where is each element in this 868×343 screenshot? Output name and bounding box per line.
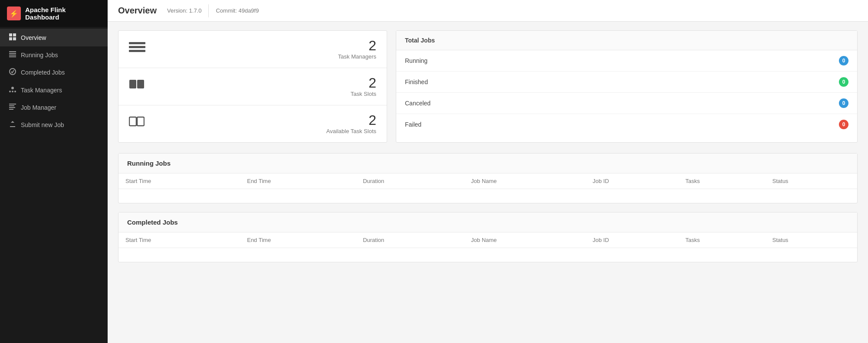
submit-job-icon [9, 121, 16, 129]
stats-row: 2 Task Managers 2 Task Slots [118, 30, 858, 143]
svg-rect-3 [13, 37, 16, 40]
task-slots-label: Task Slots [351, 91, 376, 97]
sidebar-item-running-jobs-label: Running Jobs [21, 52, 58, 59]
running-jobs-icon [9, 51, 16, 59]
completed-jobs-col-start-time: Start Time [118, 232, 240, 248]
running-jobs-table: Start Time End Time Duration Job Name Jo… [118, 173, 857, 203]
jobs-summary-running: Running 0 [396, 50, 857, 72]
available-slots-stat-icon [129, 115, 146, 132]
jobs-summary-running-label: Running [405, 57, 427, 64]
task-managers-nav-icon [9, 86, 16, 94]
page-title: Overview [118, 6, 157, 16]
completed-jobs-section: Completed Jobs Start Time End Time Durat… [118, 212, 858, 262]
stat-card-task-slots: 2 Task Slots [118, 68, 387, 105]
jobs-summary-running-count: 0 [839, 56, 848, 65]
running-jobs-col-start-time: Start Time [118, 173, 240, 189]
svg-rect-7 [9, 56, 16, 57]
overview-icon [9, 33, 16, 42]
svg-rect-15 [9, 107, 15, 108]
completed-jobs-table-wrap: Start Time End Time Duration Job Name Jo… [118, 232, 857, 262]
version-label: Version: 1.7.0 [167, 4, 209, 17]
running-jobs-table-wrap: Start Time End Time Duration Job Name Jo… [118, 173, 857, 203]
task-managers-stat-icon [129, 41, 146, 57]
completed-jobs-tbody [118, 248, 857, 262]
stat-card-task-managers: 2 Task Managers [118, 31, 387, 68]
svg-point-12 [14, 91, 16, 92]
sidebar-nav: Overview Running Jobs Completed Jobs Tas… [0, 27, 108, 343]
completed-jobs-col-status: Status [766, 232, 857, 248]
svg-rect-18 [129, 46, 145, 48]
jobs-summary-finished-label: Finished [405, 78, 428, 85]
jobs-summary-finished: Finished 0 [396, 72, 857, 93]
topbar: Overview Version: 1.7.0 Commit: 49da9f9 [108, 0, 868, 22]
task-managers-value-wrap: 2 Task Managers [338, 39, 376, 60]
running-jobs-col-end-time: End Time [240, 173, 356, 189]
stat-card-available-slots: 2 Available Task Slots [118, 105, 387, 142]
stats-cards: 2 Task Managers 2 Task Slots [118, 30, 387, 143]
main-content: Overview Version: 1.7.0 Commit: 49da9f9 [108, 0, 868, 343]
running-jobs-col-duration: Duration [356, 173, 464, 189]
sidebar-item-completed-jobs-label: Completed Jobs [21, 69, 65, 76]
completed-jobs-icon [9, 68, 16, 76]
completed-jobs-empty-cell [118, 248, 857, 262]
svg-rect-21 [137, 80, 144, 88]
completed-jobs-section-header: Completed Jobs [118, 212, 857, 232]
jobs-summary-finished-count: 0 [839, 77, 848, 87]
job-manager-icon [9, 104, 16, 111]
jobs-summary-canceled-count: 0 [839, 98, 848, 108]
svg-rect-22 [129, 117, 136, 126]
running-jobs-tbody [118, 189, 857, 203]
completed-jobs-thead: Start Time End Time Duration Job Name Jo… [118, 232, 857, 248]
svg-point-11 [12, 91, 13, 92]
svg-rect-0 [9, 33, 12, 36]
running-jobs-thead: Start Time End Time Duration Job Name Jo… [118, 173, 857, 189]
svg-rect-1 [13, 33, 16, 36]
running-jobs-section: Running Jobs Start Time End Time Duratio… [118, 153, 858, 203]
sidebar-item-completed-jobs[interactable]: Completed Jobs [0, 63, 108, 81]
completed-jobs-col-end-time: End Time [240, 232, 356, 248]
jobs-summary-panel: Total Jobs Running 0 Finished 0 Canceled… [396, 30, 858, 143]
sidebar-title: Apache Flink Dashboard [25, 6, 101, 21]
sidebar-item-task-managers[interactable]: Task Managers [0, 81, 108, 99]
completed-jobs-col-tasks: Tasks [678, 232, 765, 248]
svg-rect-16 [9, 109, 13, 110]
task-slots-value: 2 [351, 76, 376, 90]
task-slots-stat-icon [129, 78, 146, 95]
sidebar-item-overview[interactable]: Overview [0, 29, 108, 46]
sidebar-item-job-manager-label: Job Manager [21, 104, 56, 111]
completed-jobs-col-job-name: Job Name [464, 232, 585, 248]
svg-point-10 [9, 91, 11, 92]
topbar-meta: Version: 1.7.0 Commit: 49da9f9 [167, 4, 266, 17]
available-slots-value: 2 [326, 113, 376, 127]
jobs-summary-canceled-label: Canceled [405, 100, 431, 107]
svg-rect-19 [129, 50, 145, 52]
svg-point-9 [11, 87, 14, 89]
svg-rect-5 [9, 53, 16, 54]
running-jobs-empty-cell [118, 189, 857, 203]
sidebar-item-task-managers-label: Task Managers [21, 87, 62, 94]
svg-rect-17 [129, 42, 145, 44]
sidebar-item-job-manager[interactable]: Job Manager [0, 99, 108, 116]
svg-rect-13 [9, 104, 16, 105]
svg-rect-23 [137, 117, 144, 126]
available-slots-value-wrap: 2 Available Task Slots [326, 113, 376, 134]
svg-rect-6 [9, 55, 16, 56]
sidebar-item-running-jobs[interactable]: Running Jobs [0, 46, 108, 63]
available-slots-label: Available Task Slots [326, 128, 376, 134]
completed-jobs-col-job-id: Job ID [586, 232, 679, 248]
commit-label: Commit: 49da9f9 [208, 4, 266, 17]
completed-jobs-header-row: Start Time End Time Duration Job Name Jo… [118, 232, 857, 248]
task-managers-value: 2 [338, 39, 376, 52]
svg-rect-14 [9, 105, 14, 106]
svg-rect-20 [129, 80, 136, 88]
sidebar-item-submit-job-label: Submit new Job [21, 121, 64, 128]
jobs-summary-failed: Failed 0 [396, 114, 857, 135]
sidebar-header: ⚡ Apache Flink Dashboard [0, 0, 108, 27]
sidebar-item-submit-new-job[interactable]: Submit new Job [0, 116, 108, 134]
jobs-summary-failed-label: Failed [405, 121, 421, 128]
completed-jobs-empty-row [118, 248, 857, 262]
overview-content: 2 Task Managers 2 Task Slots [108, 22, 868, 343]
running-jobs-section-header: Running Jobs [118, 154, 857, 173]
completed-jobs-col-duration: Duration [356, 232, 464, 248]
running-jobs-empty-row [118, 189, 857, 203]
